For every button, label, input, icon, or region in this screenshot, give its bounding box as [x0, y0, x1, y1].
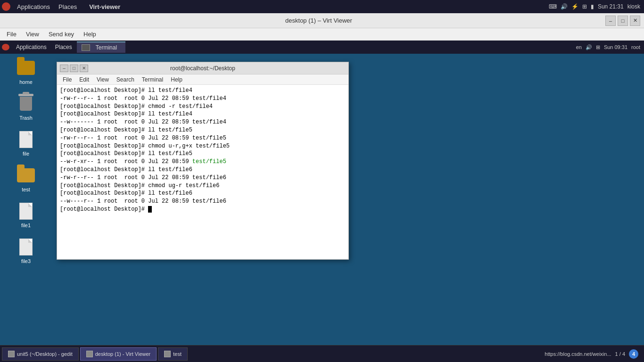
term-line: -rw-r--r-- 1 root root 0 Jul 22 08:59 te… [60, 174, 346, 182]
guest-screen-icon: ⊞ [596, 44, 600, 50]
guest-topbar: Applications Places Terminal en 🔊 ⊞ Sun … [0, 41, 644, 54]
guest-user: root [631, 44, 640, 50]
terminal-body[interactable]: [root@localhost Desktop]# ll test/file4 … [57, 85, 348, 259]
term-menu-file[interactable]: File [59, 76, 75, 83]
term-line: [root@localhost Desktop]# chmod ug-r tes… [60, 182, 346, 190]
term-line: -rw-r--r-- 1 root root 0 Jul 22 08:59 te… [60, 134, 346, 142]
term-line: [root@localhost Desktop]# ll test/file4 [60, 110, 346, 118]
virt-viewer-titlebar: desktop (1) – Virt Viewer – □ ✕ [0, 13, 644, 28]
host-battery-icon: ▮ [591, 3, 594, 10]
terminal-window: – □ ✕ root@localhost:~/Desktop File Edit… [57, 62, 349, 260]
vv-menu-view[interactable]: View [21, 30, 44, 39]
desktop-icon-test[interactable]: test [17, 166, 35, 192]
host-taskbar-test-label: test [173, 351, 182, 357]
term-menu-help[interactable]: Help [167, 76, 186, 83]
host-active-window: Virt-viewer [85, 2, 124, 11]
host-user: kiosk [627, 3, 640, 10]
vm-content-area: Applications Places Terminal en 🔊 ⊞ Sun … [0, 41, 644, 362]
desktop-icon-file3[interactable]: file3 [17, 238, 35, 264]
guest-terminal-tab-label: Terminal [92, 43, 121, 52]
host-taskbar-url: https://blog.csdn.net/weixin... [545, 351, 611, 357]
host-taskbar-badge: 4 [629, 349, 638, 359]
terminal-title: root@localhost:~/Desktop [88, 65, 317, 72]
terminal-close-button[interactable]: ✕ [80, 65, 88, 72]
host-applications-menu[interactable]: Applications [13, 2, 54, 11]
desktop-icon-trash-label: Trash [19, 115, 33, 121]
term-line: [root@localhost Desktop]# ll test/file5 [60, 150, 346, 158]
desktop-icon-file1[interactable]: file1 [17, 202, 35, 228]
term-menu-edit[interactable]: Edit [75, 76, 93, 83]
vv-menu-sendkey[interactable]: Send key [44, 30, 79, 39]
host-taskbar-gedit-label: unit5 (~/Desktop) - gedit [17, 351, 73, 357]
host-taskbar-virtviewer-btn[interactable]: desktop (1) - Virt Viewer [80, 347, 157, 361]
desktop-icon-file-label: file [23, 151, 29, 156]
vv-menu-file[interactable]: File [2, 30, 21, 39]
guest-terminal-tab[interactable]: Terminal [77, 41, 125, 53]
host-bluetooth-icon: ⚡ [571, 3, 578, 10]
vv-close-button[interactable]: ✕ [630, 16, 640, 26]
vv-minimize-button[interactable]: – [605, 16, 616, 26]
guest-applications-menu[interactable]: Applications [12, 43, 50, 51]
guest-app-icon [2, 44, 9, 50]
term-line: [root@localhost Desktop]# [60, 206, 346, 214]
term-line: --w------- 1 root root 0 Jul 22 08:59 te… [60, 118, 346, 126]
desktop-icon-file[interactable]: file [17, 130, 35, 156]
term-line: [root@localhost Desktop]# chmod u-r,g+x … [60, 142, 346, 150]
guest-lang: en [576, 44, 582, 50]
term-line: [root@localhost Desktop]# ll test/file4 [60, 87, 346, 95]
vv-menu-help[interactable]: Help [79, 30, 101, 39]
term-line: -rw-r--r-- 1 root root 0 Jul 22 08:59 te… [60, 95, 346, 103]
host-taskbar-gedit-btn[interactable]: unit5 (~/Desktop) - gedit [2, 347, 79, 361]
term-line: [root@localhost Desktop]# ll test/file5 [60, 126, 346, 134]
host-input-icon: ⌨ [549, 3, 557, 10]
terminal-minimize-button[interactable]: – [60, 65, 68, 72]
host-taskbar-page: 1 / 4 [615, 351, 625, 357]
desktop-icon-home-label: home [19, 79, 33, 85]
term-cursor [148, 206, 152, 213]
host-taskbar-test-btn[interactable]: test [158, 347, 188, 361]
desktop-icon-home[interactable]: home [17, 58, 35, 85]
guest-places-menu[interactable]: Places [51, 43, 76, 51]
term-menu-view[interactable]: View [93, 76, 113, 83]
guest-datetime: Sun 09:31 [604, 44, 627, 50]
term-menu-terminal[interactable]: Terminal [138, 76, 167, 83]
host-taskbar-test-icon [164, 351, 171, 357]
virt-viewer-window: desktop (1) – Virt Viewer – □ ✕ File Vie… [0, 13, 644, 362]
host-topbar: Applications Places Virt-viewer ⌨ 🔊 ⚡ ⊞ … [0, 0, 644, 13]
terminal-icon [82, 44, 90, 51]
vv-maximize-button[interactable]: □ [618, 16, 628, 26]
virt-viewer-title: desktop (1) – Virt Viewer [32, 17, 605, 24]
term-line: [root@localhost Desktop]# ll test/file6 [60, 166, 346, 174]
terminal-menubar: File Edit View Search Terminal Help [57, 74, 348, 85]
host-taskbar-virtviewer-label: desktop (1) - Virt Viewer [95, 351, 151, 357]
term-line: --w----r-- 1 root root 0 Jul 22 08:59 te… [60, 197, 346, 206]
host-taskbar: unit5 (~/Desktop) - gedit desktop (1) - … [0, 345, 644, 362]
guest-audio-icon: 🔊 [586, 44, 592, 50]
term-line: [root@localhost Desktop]# ll test/file6 [60, 189, 346, 197]
host-places-menu[interactable]: Places [55, 2, 81, 11]
host-taskbar-gedit-icon [8, 351, 15, 357]
desktop-icon-file1-label: file1 [21, 222, 31, 228]
desktop-icon-trash[interactable]: Trash [17, 94, 35, 121]
term-line: --w-r-xr-- 1 root root 0 Jul 22 08:59 te… [60, 158, 346, 166]
host-taskbar-virtviewer-icon [86, 351, 93, 357]
desktop-icon-file3-label: file3 [21, 258, 31, 264]
terminal-maximize-button[interactable]: □ [70, 65, 78, 72]
host-audio-icon: 🔊 [561, 3, 568, 10]
virt-viewer-menubar: File View Send key Help [0, 28, 644, 41]
term-menu-search[interactable]: Search [113, 76, 138, 83]
desktop-icons-area: home Trash file [0, 54, 52, 345]
host-network-icon: ⊞ [582, 3, 587, 10]
term-line: [root@localhost Desktop]# chmod -r test/… [60, 103, 346, 111]
host-app-icon [2, 2, 10, 11]
desktop-icon-test-label: test [22, 187, 30, 192]
host-datetime: Sun 21:31 [598, 3, 624, 10]
terminal-titlebar: – □ ✕ root@localhost:~/Desktop [57, 62, 348, 74]
